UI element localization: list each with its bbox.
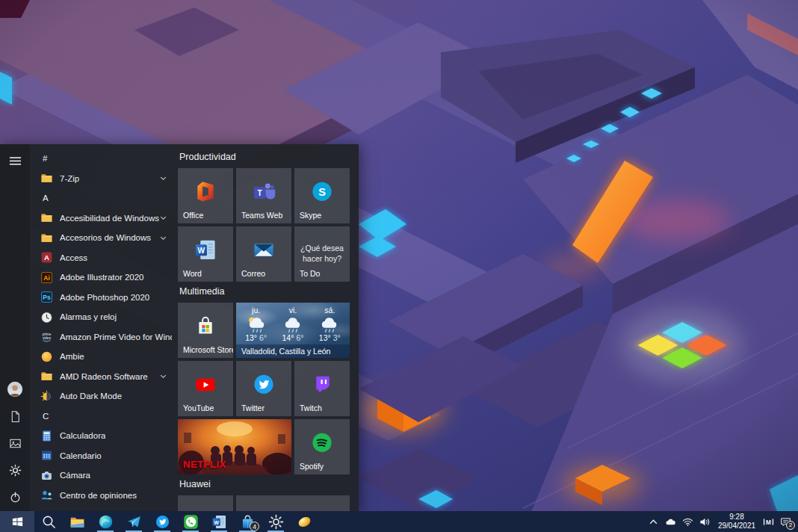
twitter-icon: [253, 373, 276, 396]
app-item-auto-dark-mode[interactable]: Auto Dark Mode: [30, 386, 176, 406]
chevron-down-icon[interactable]: [159, 174, 167, 182]
app-item-label: Access: [60, 253, 87, 262]
group-label: Huawei: [179, 477, 359, 491]
weather-day: ju.13°6°: [238, 305, 274, 344]
telegram-icon: [126, 514, 142, 530]
document-icon: [9, 410, 22, 423]
app-item-ambie[interactable]: Ambie: [30, 347, 176, 367]
chevron-down-icon[interactable]: [159, 214, 167, 222]
start-menu-rail: [0, 144, 30, 511]
taskbar-word-button[interactable]: W: [205, 511, 233, 532]
app-item-calculadora[interactable]: Calculadora: [30, 426, 176, 446]
start-button[interactable]: [0, 511, 34, 532]
tile-correo[interactable]: Correo: [236, 226, 291, 282]
app-item-label: Auto Dark Mode: [60, 392, 122, 400]
app-item-calendario[interactable]: Calendario: [30, 446, 176, 466]
app-item-accesibilidad-de-windows[interactable]: Accesibilidad de Windows: [30, 208, 176, 229]
taskbar-gold-app-button[interactable]: [290, 511, 318, 532]
tile-skype[interactable]: SSkype: [294, 168, 350, 223]
section-label: A: [43, 194, 49, 202]
app-item-label: Accesibilidad de Windows: [60, 214, 159, 223]
tile-group-productividad: ProductividadOfficeTTeams WebSSkypeWWord…: [178, 150, 359, 282]
app-item-alarmas-y-reloj[interactable]: Alarmas y reloj: [30, 307, 176, 327]
app-item-amazon-prime-video[interactable]: primevideoAmazon Prime Video for Windows: [30, 327, 176, 347]
app-item-access[interactable]: AAccess: [30, 248, 176, 268]
tray-wifi-button[interactable]: [679, 511, 696, 532]
taskbar-file-explorer-button[interactable]: [63, 511, 91, 532]
tile-label: Spotify: [300, 462, 324, 471]
rail-documents-button[interactable]: [3, 404, 27, 428]
tile-huawei-tile-2[interactable]: [236, 495, 350, 511]
spotify-icon: [311, 431, 334, 454]
taskbar-edge-button[interactable]: [91, 511, 120, 532]
tray-clock[interactable]: 9:2829/04/2021: [714, 513, 760, 531]
app-item-accesorios-de-windows[interactable]: Accesorios de Windows: [30, 228, 176, 248]
app-item-centro-de-opiniones[interactable]: Centro de opiniones: [30, 486, 176, 506]
weather-day-name: sá.: [324, 306, 335, 315]
access-icon: A: [40, 251, 53, 264]
tray-onedrive-button[interactable]: [662, 511, 679, 532]
tray-m-indicator-button[interactable]: M: [760, 511, 777, 532]
weather-day: vi.14°6°: [274, 305, 311, 344]
temp-low: 6°: [296, 333, 303, 342]
section-header-a[interactable]: A: [30, 188, 176, 208]
app-item-adobe-photoshop-2020[interactable]: PsAdobe Photoshop 2020: [30, 288, 176, 308]
tile-word[interactable]: WWord: [178, 226, 233, 282]
rail-user-avatar-button[interactable]: [3, 377, 27, 401]
tile-twitter[interactable]: Twitter: [236, 361, 291, 416]
app-item-amd-radeon-software[interactable]: AMD Radeon Software: [30, 367, 176, 387]
tile-weather[interactable]: ju.13°6°vi.14°6°sá.13°3°Valladolid, Cast…: [236, 303, 350, 358]
rail-power-button[interactable]: [3, 485, 27, 509]
chevron-down-icon[interactable]: [159, 234, 167, 242]
clock-date: 29/04/2021: [714, 522, 760, 531]
tile-huawei-tile-1[interactable]: [178, 495, 233, 511]
taskbar-search-button[interactable]: [34, 511, 63, 532]
illustrator-icon: Ai: [40, 271, 53, 284]
tray-action-center-button[interactable]: 2: [777, 511, 794, 532]
weather-location: Valladolid, Castilla y León: [236, 344, 350, 358]
office-icon: [194, 180, 217, 203]
clock-time: 9:28: [714, 513, 760, 522]
tray-chevron-up-button[interactable]: [645, 511, 662, 532]
tile-to-do[interactable]: ¿Qué desea hacer hoy?To Do: [294, 226, 350, 282]
tile-spotify[interactable]: Spotify: [294, 419, 350, 474]
app-item-camara[interactable]: Cámara: [30, 466, 176, 486]
chevron-down-icon[interactable]: [159, 372, 167, 380]
tile-youtube[interactable]: YouTube: [178, 361, 233, 416]
tile-office[interactable]: Office: [178, 168, 233, 223]
rail-pictures-button[interactable]: [3, 431, 27, 455]
app-item-label: Calculadora: [60, 431, 105, 440]
taskbar-apps: W4: [0, 511, 318, 532]
clock-app-icon: [40, 311, 53, 324]
folder-icon: [40, 211, 53, 224]
section-header-c[interactable]: C: [30, 406, 176, 427]
temp-low: 6°: [259, 333, 267, 342]
tile-teams-web[interactable]: TTeams Web: [236, 168, 291, 223]
taskbar-whatsapp-button[interactable]: [176, 511, 205, 532]
onedrive-icon: [665, 516, 676, 528]
taskbar-twitter-button[interactable]: [148, 511, 176, 532]
app-item-adobe-illustrator-2020[interactable]: AiAdobe Illustrator 2020: [30, 267, 176, 288]
rail-settings-button[interactable]: [3, 458, 27, 482]
tray-volume-button[interactable]: [696, 511, 714, 532]
taskbar-telegram-button[interactable]: [120, 511, 148, 532]
app-item-label: Centro de opiniones: [60, 491, 137, 500]
tile-twitch[interactable]: Twitch: [294, 361, 350, 416]
rail-hamburger-button[interactable]: [3, 149, 27, 173]
section-header-hash[interactable]: #: [30, 149, 176, 169]
calendar-icon: [40, 449, 53, 462]
temp-high: 13°: [245, 333, 257, 342]
tile-group-huawei: Huawei: [178, 477, 359, 511]
tile-netflix[interactable]: NETFLIX: [178, 419, 291, 474]
svg-text:S: S: [318, 186, 326, 198]
app-item-7-zip[interactable]: 7-Zip: [30, 169, 176, 189]
app-item-label: Cámara: [60, 471, 90, 480]
tile-microsoft-store[interactable]: Microsoft Store: [178, 303, 233, 358]
taskbar-settings-button[interactable]: [262, 511, 290, 532]
tile-grid: [178, 495, 359, 511]
taskbar-microsoft-store-button[interactable]: 4: [233, 511, 262, 532]
svg-text:T: T: [258, 189, 263, 197]
app-item-label: Alarmas y reloj: [60, 312, 117, 321]
folder-icon: [40, 232, 53, 244]
app-item-label: Ambie: [60, 352, 84, 361]
